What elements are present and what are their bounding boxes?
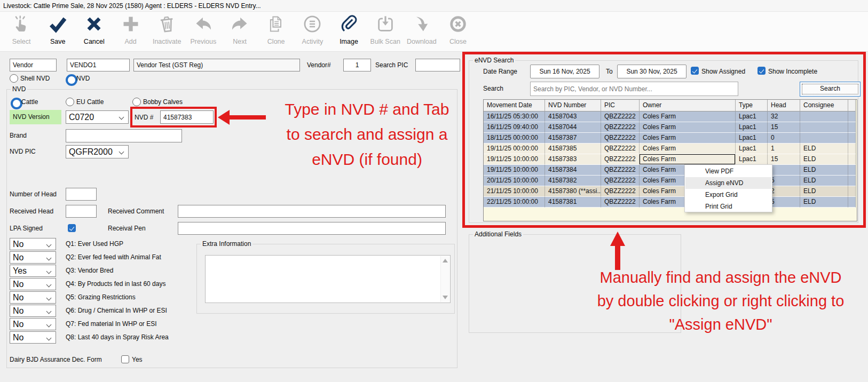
table-cell[interactable]: 41587044 — [545, 122, 601, 133]
table-cell[interactable]: Lpac1 — [736, 154, 768, 165]
table-cell[interactable]: QBZZ2222 — [601, 176, 640, 186]
table-cell[interactable]: 19/11/25 00:00:00 — [484, 144, 545, 154]
column-header-type[interactable]: Type — [736, 100, 768, 112]
table-cell[interactable]: Coles Farm — [640, 154, 736, 165]
table-cell[interactable]: Lpac1 — [736, 144, 768, 154]
table-cell[interactable]: 41587043 — [545, 112, 601, 122]
shell-nvd-radio[interactable] — [10, 74, 18, 83]
table-cell[interactable] — [848, 186, 856, 197]
nvd-version-combo[interactable]: C0720 — [66, 110, 129, 124]
number-of-head-input[interactable] — [66, 188, 97, 201]
table-cell[interactable]: Lpac1 — [736, 112, 768, 122]
show-assigned-checkbox[interactable] — [691, 67, 699, 75]
table-cell[interactable]: Coles Farm — [640, 122, 736, 133]
vendor-number-input[interactable] — [343, 59, 371, 71]
table-row[interactable]: 16/11/25 09:40:0041587044QBZZ2222Coles F… — [484, 122, 856, 133]
envd-results-grid[interactable]: Movement DateNVD NumberPICOwnerTypeHeadC… — [483, 99, 857, 221]
table-row[interactable]: 21/11/25 10:00:0041587380 (**assi...QBZZ… — [484, 186, 856, 197]
column-header-nvd-number[interactable]: NVD Number — [545, 100, 601, 112]
table-cell[interactable]: ELD — [800, 176, 848, 186]
bobby-calves-radio[interactable] — [132, 98, 141, 106]
table-cell[interactable] — [800, 133, 848, 144]
toolbar-button-cancel[interactable]: Cancel — [76, 14, 112, 50]
table-cell[interactable]: Lpac1 — [736, 133, 768, 144]
scroll-down-icon[interactable] — [443, 296, 448, 299]
table-cell[interactable]: QBZZ2222 — [601, 112, 640, 122]
table-cell[interactable]: QBZZ2222 — [601, 154, 640, 165]
table-cell[interactable] — [848, 133, 856, 144]
question-2-combo[interactable]: No — [10, 251, 56, 264]
table-cell[interactable]: QBZZ2222 — [601, 122, 640, 133]
table-cell[interactable]: 2 — [768, 186, 800, 197]
scroll-up-icon[interactable] — [443, 259, 448, 262]
table-row[interactable]: 19/11/25 00:00:0041587385QBZZ2222Coles F… — [484, 144, 856, 154]
column-header-movement-date[interactable]: Movement Date — [484, 100, 545, 112]
table-cell[interactable] — [848, 197, 856, 208]
table-cell[interactable] — [848, 165, 856, 176]
table-cell[interactable]: 1 — [768, 144, 800, 154]
question-4-combo[interactable]: No — [10, 278, 56, 290]
received-head-input[interactable] — [66, 205, 97, 218]
table-cell[interactable]: 19/11/25 10:00:00 — [484, 154, 545, 165]
extra-information-textarea[interactable] — [205, 255, 451, 303]
table-cell[interactable]: 18/11/25 00:00:00 — [484, 133, 545, 144]
received-comment-input[interactable] — [178, 205, 446, 218]
vendor-code-input[interactable] — [67, 59, 130, 71]
table-cell[interactable] — [768, 165, 800, 176]
cattle-radio[interactable] — [11, 98, 22, 109]
table-cell[interactable] — [848, 144, 856, 154]
table-cell[interactable] — [800, 112, 848, 122]
question-8-combo[interactable]: No — [10, 331, 56, 344]
toolbar-button-save[interactable]: Save — [40, 14, 75, 50]
column-header-pic[interactable]: PIC — [601, 100, 640, 112]
table-cell[interactable]: ELD — [800, 165, 848, 176]
table-row[interactable]: 22/11/25 10:00:0041587381QBZZ2222Coles F… — [484, 197, 856, 208]
nvd-pic-combo[interactable]: QGFR2000 — [66, 145, 129, 158]
envd-search-input[interactable] — [530, 82, 738, 96]
table-cell[interactable] — [800, 122, 848, 133]
table-cell[interactable]: 21/11/25 10:00:00 — [484, 186, 545, 197]
brand-input[interactable] — [66, 129, 182, 142]
table-cell[interactable]: QBZZ2222 — [601, 133, 640, 144]
table-cell[interactable]: ELD — [800, 144, 848, 154]
column-header-consignee[interactable]: Consignee — [800, 100, 848, 112]
column-header-blank[interactable] — [848, 100, 856, 112]
table-cell[interactable]: 0 — [768, 133, 800, 144]
date-to-input[interactable]: Sun 30 Nov, 2025 — [617, 65, 686, 78]
table-cell[interactable]: 41587383 — [545, 154, 601, 165]
table-cell[interactable]: 15 — [768, 122, 800, 133]
table-cell[interactable]: ELD — [800, 197, 848, 208]
table-cell[interactable] — [848, 176, 856, 186]
toolbar-button-image[interactable]: Image — [332, 14, 367, 50]
table-cell[interactable]: 15 — [768, 154, 800, 165]
lpa-signed-checkbox[interactable] — [68, 224, 76, 232]
table-row[interactable]: 19/11/25 10:00:0041587384QBZZ2222Coles F… — [484, 165, 856, 176]
table-cell[interactable]: 41587387 — [545, 133, 601, 144]
table-cell[interactable]: 22/11/25 10:00:00 — [484, 197, 545, 208]
table-cell[interactable]: ELD — [800, 154, 848, 165]
table-cell[interactable]: 41587382 — [545, 176, 601, 186]
table-cell[interactable] — [848, 112, 856, 122]
table-cell[interactable]: 32 — [768, 112, 800, 122]
dairy-yes-checkbox[interactable] — [121, 355, 129, 363]
date-from-input[interactable]: Sun 16 Nov, 2025 — [530, 65, 599, 78]
table-cell[interactable] — [848, 154, 856, 165]
table-cell[interactable]: QBZZ2222 — [601, 186, 640, 197]
column-header-head[interactable]: Head — [768, 100, 800, 112]
table-cell[interactable]: QBZZ2222 — [601, 197, 640, 208]
receival-pen-input[interactable] — [178, 222, 446, 235]
column-header-owner[interactable]: Owner — [640, 100, 736, 112]
context-menu-item-assign-envd[interactable]: Assign eNVD — [685, 177, 771, 189]
table-cell[interactable]: ELD — [800, 186, 848, 197]
question-3-combo[interactable]: Yes — [10, 265, 56, 277]
table-cell[interactable]: 41587380 (**assi... — [545, 186, 601, 197]
table-cell[interactable]: 41587381 — [545, 197, 601, 208]
question-7-combo[interactable]: No — [10, 318, 56, 330]
table-cell[interactable]: QBZZ2222 — [601, 144, 640, 154]
question-6-combo[interactable]: No — [10, 305, 56, 317]
table-cell[interactable]: Coles Farm — [640, 133, 736, 144]
table-cell[interactable] — [848, 122, 856, 133]
nvd-radio[interactable] — [66, 74, 77, 86]
textarea-scrollbar[interactable] — [440, 256, 449, 302]
table-cell[interactable]: Coles Farm — [640, 112, 736, 122]
